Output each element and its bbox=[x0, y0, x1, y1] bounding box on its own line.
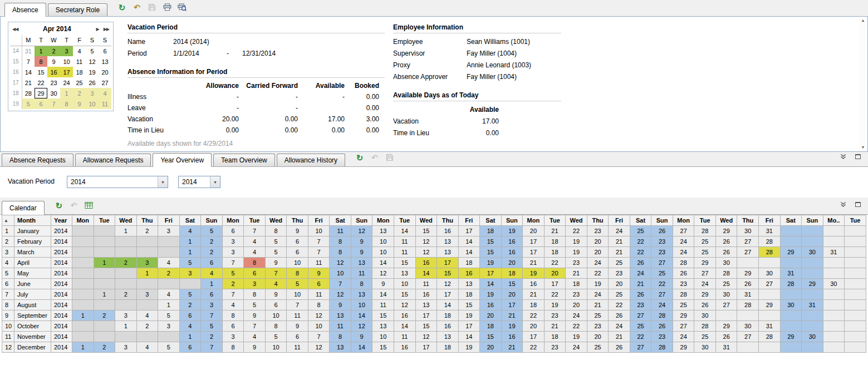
calendar-day-cell[interactable]: 8 bbox=[222, 342, 244, 353]
calendar-day-cell[interactable]: 2 bbox=[136, 226, 158, 236]
calendar-day-cell[interactable]: 25 bbox=[609, 289, 630, 300]
calendar-day-cell[interactable]: 24 bbox=[673, 247, 694, 258]
calendar-day-cell[interactable]: 12 bbox=[308, 342, 330, 353]
calendar-day-cell[interactable]: 14 bbox=[415, 268, 437, 279]
row-number[interactable]: 9 bbox=[2, 310, 14, 321]
calendar-day-cell[interactable]: 3 bbox=[179, 268, 201, 279]
calendar-day-cell[interactable]: 11 bbox=[394, 247, 415, 258]
calendar-day-cell[interactable]: 5 bbox=[287, 279, 308, 289]
calendar-day-cell[interactable]: 29 bbox=[694, 289, 716, 300]
calendar-day-cell[interactable]: 31 bbox=[759, 321, 781, 332]
calendar-day-cell[interactable]: 20 bbox=[566, 300, 587, 310]
year-dropdown[interactable]: 2014 ▼ bbox=[178, 176, 220, 188]
calendar-day-cell[interactable]: 25 bbox=[715, 279, 737, 289]
calendar-day-cell[interactable]: 13 bbox=[351, 258, 372, 268]
calendar-day-cell[interactable]: 22 bbox=[544, 289, 566, 300]
calendar-day-cell[interactable]: 17 bbox=[523, 247, 545, 258]
calendar-day-cell[interactable]: 29 bbox=[694, 258, 716, 268]
calendar-day-cell[interactable]: 28 bbox=[759, 332, 781, 342]
calendar-day-cell[interactable]: 30 bbox=[823, 279, 845, 289]
row-number[interactable]: 11 bbox=[2, 332, 14, 342]
calendar-day-cell[interactable]: 22 bbox=[630, 247, 651, 258]
calendar-day-cell[interactable]: 29 bbox=[737, 268, 759, 279]
mini-calendar-day[interactable]: 1 bbox=[35, 46, 47, 56]
calendar-day-cell[interactable]: 31 bbox=[802, 300, 823, 310]
mini-calendar-day[interactable]: 1 bbox=[60, 88, 73, 98]
calendar-day-cell[interactable]: 16 bbox=[394, 342, 415, 353]
calendar-day-cell[interactable]: 28 bbox=[651, 342, 673, 353]
calendar-day-cell[interactable]: 10 bbox=[308, 226, 330, 236]
calendar-day-cell[interactable]: 21 bbox=[501, 310, 523, 321]
calendar-day-cell[interactable]: 2 bbox=[201, 236, 223, 247]
calendar-day-cell[interactable]: 26 bbox=[715, 332, 737, 342]
calendar-day-cell[interactable]: 26 bbox=[715, 236, 737, 247]
mini-calendar-day[interactable]: 23 bbox=[47, 77, 60, 88]
mini-calendar-day[interactable]: 3 bbox=[86, 88, 99, 98]
calendar-day-cell[interactable]: 30 bbox=[715, 258, 737, 268]
calendar-day-cell[interactable]: 15 bbox=[458, 300, 480, 310]
calendar-day-cell[interactable]: 22 bbox=[566, 321, 587, 332]
calendar-day-cell[interactable]: 23 bbox=[587, 321, 609, 332]
mini-calendar-day[interactable]: 28 bbox=[22, 88, 35, 98]
calendar-day-cell[interactable]: 2 bbox=[158, 268, 180, 279]
calendar-day-cell[interactable]: 31 bbox=[737, 289, 759, 300]
calendar-day-cell[interactable]: 26 bbox=[609, 310, 630, 321]
calendar-day-cell[interactable]: 5 bbox=[265, 236, 287, 247]
calendar-day-cell[interactable]: 20 bbox=[501, 258, 523, 268]
calendar-day-cell[interactable]: 10 bbox=[330, 268, 351, 279]
calendar-day-cell[interactable]: 1 bbox=[94, 258, 115, 268]
calendar-day-cell[interactable]: 6 bbox=[287, 236, 308, 247]
calendar-day-cell[interactable]: 17 bbox=[415, 342, 437, 353]
mini-calendar-day[interactable]: 30 bbox=[47, 88, 60, 98]
calendar-day-cell[interactable]: 14 bbox=[394, 321, 415, 332]
calendar-day-cell[interactable]: 21 bbox=[523, 258, 545, 268]
calendar-day-cell[interactable]: 16 bbox=[437, 226, 459, 236]
calendar-day-cell[interactable]: 26 bbox=[715, 247, 737, 258]
calendar-day-cell[interactable]: 6 bbox=[222, 321, 244, 332]
calendar-day-cell[interactable]: 3 bbox=[222, 236, 244, 247]
calendar-day-cell[interactable]: 14 bbox=[372, 289, 394, 300]
calendar-day-cell[interactable]: 7 bbox=[222, 258, 244, 268]
mini-calendar-day[interactable]: 10 bbox=[86, 98, 99, 109]
calendar-day-cell[interactable]: 11 bbox=[287, 310, 308, 321]
calendar-day-cell[interactable]: 2 bbox=[136, 321, 158, 332]
mini-calendar-day[interactable]: 31 bbox=[22, 46, 35, 56]
calendar-day-cell[interactable]: 13 bbox=[437, 332, 459, 342]
tab-secretary-role[interactable]: Secretary Role bbox=[48, 3, 107, 16]
calendar-day-cell[interactable]: 14 bbox=[458, 247, 480, 258]
calendar-day-cell[interactable]: 7 bbox=[330, 279, 351, 289]
calendar-day-cell[interactable]: 28 bbox=[715, 268, 737, 279]
calendar-day-cell[interactable]: 16 bbox=[480, 300, 502, 310]
calendar-day-cell[interactable]: 15 bbox=[394, 289, 415, 300]
mini-calendar-day[interactable]: 15 bbox=[35, 67, 47, 77]
calendar-day-cell[interactable]: 23 bbox=[651, 247, 673, 258]
mini-calendar-day[interactable]: 19 bbox=[86, 67, 99, 77]
calendar-day-cell[interactable]: 16 bbox=[501, 236, 523, 247]
calendar-day-cell[interactable]: 31 bbox=[759, 226, 781, 236]
maximize-panel-button[interactable] bbox=[853, 151, 863, 161]
mini-calendar-day[interactable]: 9 bbox=[73, 98, 86, 109]
calendar-day-cell[interactable]: 26 bbox=[694, 300, 716, 310]
calendar-day-cell[interactable]: 12 bbox=[330, 289, 351, 300]
month-column-header[interactable]: Month bbox=[14, 215, 51, 226]
calendar-day-cell[interactable]: 22 bbox=[630, 332, 651, 342]
calendar-day-cell[interactable]: 23 bbox=[673, 279, 694, 289]
mini-calendar-day[interactable]: 6 bbox=[35, 98, 47, 109]
calendar-day-cell[interactable]: 18 bbox=[544, 247, 566, 258]
calendar-day-cell[interactable]: 24 bbox=[673, 332, 694, 342]
calendar-day-cell[interactable]: 10 bbox=[351, 300, 372, 310]
calendar-day-cell[interactable]: 15 bbox=[394, 258, 415, 268]
calendar-day-cell[interactable]: 28 bbox=[694, 321, 716, 332]
calendar-day-cell[interactable]: 9 bbox=[351, 247, 372, 258]
row-number[interactable]: 5 bbox=[2, 268, 14, 279]
year-column-header[interactable]: Year bbox=[51, 215, 72, 226]
calendar-day-cell[interactable]: 26 bbox=[651, 226, 673, 236]
calendar-day-cell[interactable]: 3 bbox=[136, 289, 158, 300]
calendar-day-cell[interactable]: 11 bbox=[394, 236, 415, 247]
calendar-day-cell[interactable]: 1 bbox=[94, 289, 115, 300]
calendar-day-cell[interactable]: 20 bbox=[544, 268, 566, 279]
calendar-day-cell[interactable]: 7 bbox=[308, 236, 330, 247]
calendar-day-cell[interactable]: 11 bbox=[287, 342, 308, 353]
tab-calendar[interactable]: Calendar bbox=[2, 201, 45, 215]
calendar-day-cell[interactable]: 18 bbox=[501, 268, 523, 279]
